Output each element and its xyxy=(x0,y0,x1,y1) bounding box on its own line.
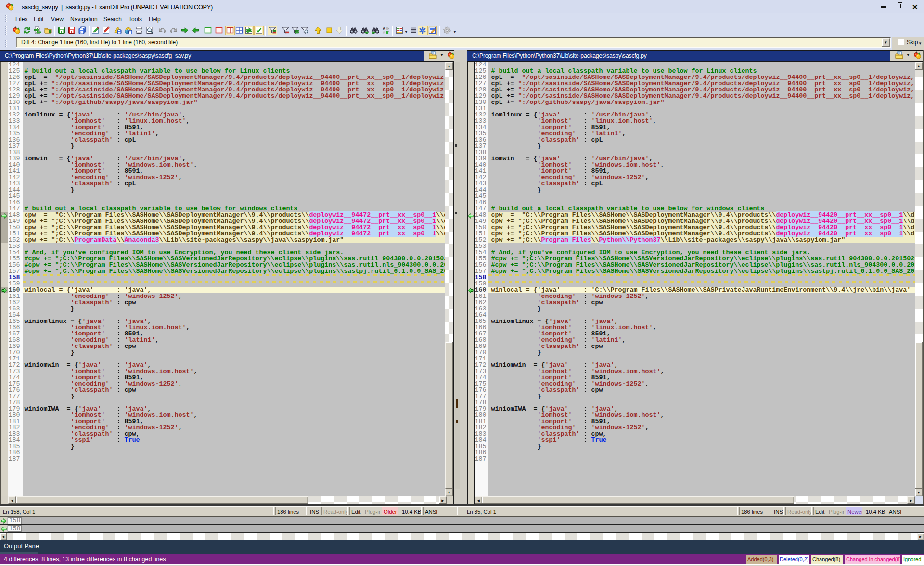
svg-text:B: B xyxy=(386,30,389,34)
svg-text:A: A xyxy=(383,30,385,34)
